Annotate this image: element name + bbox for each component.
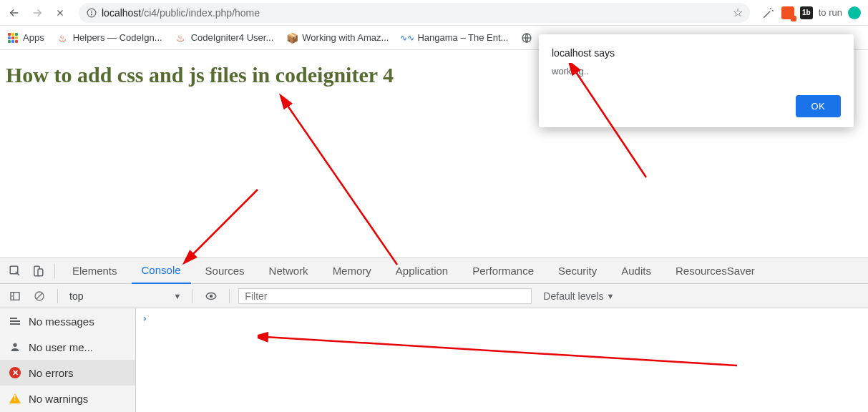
stop-button[interactable] (50, 3, 70, 23)
list-icon (9, 315, 21, 328)
browser-toolbar: localhost/ci4/public/index.php/home ☆ 1b… (0, 0, 868, 26)
js-alert-dialog: localhost says working.. OK (539, 34, 854, 127)
extension-1b-icon[interactable]: 1b (800, 6, 813, 19)
bookmark-label: Helpers — CodeIgn... (73, 32, 162, 43)
warning-icon (9, 392, 21, 405)
tab-sources[interactable]: Sources (195, 258, 255, 284)
levels-label: Default levels (543, 290, 603, 302)
bookmark-label: CodeIgniter4 User... (191, 32, 274, 43)
devtools-panel: Elements Console Sources Network Memory … (0, 258, 868, 412)
context-label: top (69, 290, 83, 302)
svg-point-14 (210, 294, 213, 298)
svg-line-12 (36, 293, 42, 299)
svg-rect-8 (38, 269, 43, 276)
annotation-arrow (182, 186, 268, 265)
globe-icon (521, 32, 532, 44)
tab-console[interactable]: Console (132, 258, 191, 284)
sidebar-item-errors[interactable]: ✕ No errors (0, 360, 135, 386)
tab-application[interactable]: Application (386, 258, 458, 284)
site-info-icon[interactable] (86, 7, 97, 19)
sidebar-item-label: No user me... (29, 341, 93, 353)
clear-console-icon[interactable] (30, 287, 49, 305)
sidebar-item-label: No messages (29, 315, 94, 328)
bookmark-label: Working with Amaz... (302, 32, 389, 43)
inspect-element-icon[interactable] (6, 262, 24, 280)
alert-title: localhost says (552, 47, 841, 59)
sidebar-toggle-icon[interactable] (6, 287, 24, 305)
box-icon: 📦 (286, 32, 298, 44)
svg-point-15 (13, 343, 16, 347)
live-expression-icon[interactable] (202, 287, 220, 305)
alert-ok-button[interactable]: OK (796, 95, 841, 117)
error-icon: ✕ (9, 366, 21, 379)
tab-resources-saver[interactable]: ResourcesSaver (665, 258, 765, 284)
console-prompt[interactable]: › (136, 308, 868, 328)
extension-red-icon[interactable] (781, 6, 794, 19)
forward-button[interactable] (27, 3, 47, 23)
sidebar-item-label: No errors (29, 367, 74, 379)
context-selector[interactable]: top ▼ (67, 290, 184, 302)
filter-input[interactable] (238, 288, 532, 304)
truncated-text: to run (819, 7, 842, 18)
bookmark-ci4user[interactable]: ♨ CodeIgniter4 User... (175, 32, 274, 44)
svg-line-16 (265, 337, 737, 366)
log-levels-selector[interactable]: Default levels ▼ (537, 290, 614, 302)
tab-audits[interactable]: Audits (611, 258, 661, 284)
bookmark-star-icon[interactable]: ☆ (733, 6, 743, 19)
extensions-area: 1b to run (759, 6, 864, 20)
sidebar-item-label: No warnings (29, 393, 88, 405)
tab-network[interactable]: Network (259, 258, 318, 284)
console-toolbar: top ▼ Default levels ▼ (0, 284, 868, 308)
sidebar-item-warnings[interactable]: No warnings (0, 386, 135, 411)
svg-line-4 (191, 190, 258, 256)
url-text: localhost/ci4/public/index.php/home (102, 7, 260, 19)
devtools-tabs: Elements Console Sources Network Memory … (0, 258, 868, 284)
devtools-body: No messages No user me... ✕ No errors No… (0, 308, 868, 412)
svg-line-3 (286, 104, 397, 265)
alert-message: working.. (552, 66, 841, 77)
device-toggle-icon[interactable] (29, 262, 47, 280)
address-bar[interactable]: localhost/ci4/public/index.php/home ☆ (79, 3, 750, 23)
tab-elements[interactable]: Elements (62, 258, 127, 284)
apps-shortcut[interactable]: Apps (7, 32, 44, 44)
tab-memory[interactable]: Memory (323, 258, 381, 284)
flame-icon: ♨ (57, 32, 69, 44)
user-icon (9, 340, 21, 353)
apps-icon (7, 32, 19, 44)
tab-performance[interactable]: Performance (462, 258, 544, 284)
bookmark-hangama[interactable]: ∿∿ Hangama – The Ent... (401, 32, 508, 44)
console-sidebar: No messages No user me... ✕ No errors No… (0, 308, 136, 412)
console-output[interactable]: › (136, 308, 868, 412)
bookmark-amazon[interactable]: 📦 Working with Amaz... (286, 32, 389, 44)
bookmark-globe[interactable] (521, 32, 532, 44)
back-button[interactable] (4, 3, 24, 23)
extension-wand-icon[interactable] (761, 6, 776, 20)
bookmark-helpers[interactable]: ♨ Helpers — CodeIgn... (57, 32, 162, 44)
annotation-arrow (258, 330, 744, 373)
sidebar-item-messages[interactable]: No messages (0, 308, 135, 334)
chevron-down-icon: ▼ (606, 292, 614, 300)
svg-point-1 (91, 14, 92, 14)
wave-icon: ∿∿ (401, 32, 413, 44)
bookmark-label: Apps (23, 32, 44, 43)
annotation-arrow (275, 93, 404, 272)
sidebar-item-user[interactable]: No user me... (0, 334, 135, 360)
bookmark-label: Hangama – The Ent... (417, 32, 508, 43)
extension-teal-icon[interactable] (848, 6, 861, 19)
flame-icon: ♨ (175, 32, 187, 44)
chevron-down-icon: ▼ (87, 292, 181, 300)
tab-security[interactable]: Security (548, 258, 607, 284)
